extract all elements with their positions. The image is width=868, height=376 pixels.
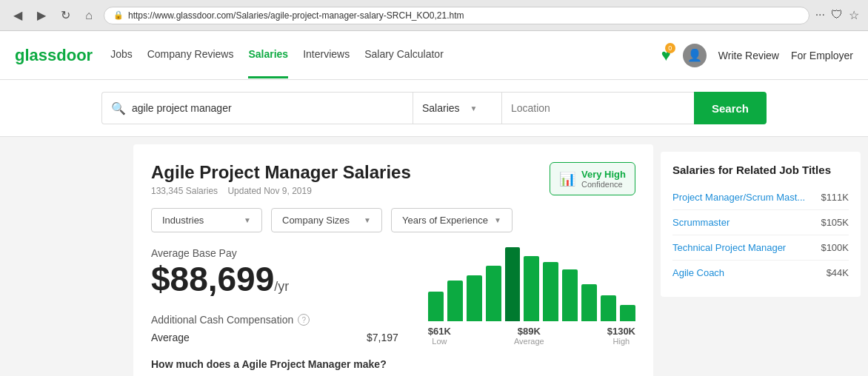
chart-bar (581, 284, 597, 321)
high-label: $130K High (607, 326, 635, 346)
info-icon[interactable]: ? (298, 314, 310, 326)
company-sizes-label: Company Sizes (282, 215, 350, 226)
title-block: Agile Project Manager Salaries 133,345 S… (151, 162, 411, 196)
search-bar: 🔍 Salaries ▼ Search (0, 80, 868, 137)
more-icon[interactable]: ··· (815, 8, 825, 22)
browser-actions: ··· 🛡 ☆ (815, 8, 859, 22)
years-experience-filter[interactable]: Years of Experience ▼ (391, 208, 513, 232)
for-employer-button[interactable]: For Employer (791, 50, 853, 61)
nav-salary-calculator[interactable]: Salary Calculator (364, 32, 444, 78)
related-jobs-panel: Salaries for Related Job Titles Project … (661, 152, 861, 297)
page-title: Agile Project Manager Salaries (151, 162, 411, 183)
related-job-item: Scrummaster $105K (672, 210, 849, 235)
confidence-badge: 📊 Very High Confidence (550, 162, 635, 195)
chart-bar (601, 295, 616, 321)
url-text: https://www.glassdoor.com/Salaries/agile… (128, 10, 800, 21)
additional-cash-section: Additional Cash Compensation ? Average $… (151, 314, 398, 343)
favorites-badge: 0 (665, 43, 675, 53)
related-job-salary: $44K (827, 267, 849, 278)
search-type-dropdown[interactable]: Salaries ▼ (413, 92, 501, 124)
browser-chrome: ◀ ▶ ↻ ⌂ 🔒 https://www.glassdoor.com/Sala… (0, 0, 868, 31)
industries-label: Industries (162, 215, 204, 226)
how-much-section: How much does a Agile Project Manager ma… (151, 358, 398, 376)
home-button[interactable]: ⌂ (80, 7, 98, 24)
filters-row: Industries ▼ Company Sizes ▼ Years of Ex… (151, 208, 635, 232)
years-experience-chevron-icon: ▼ (494, 216, 501, 224)
content-area: Agile Project Manager Salaries 133,345 S… (133, 144, 653, 376)
search-button[interactable]: Search (694, 92, 767, 124)
chart-labels: $61K Low $89K Average $130K High (428, 326, 635, 346)
page-title-section: Agile Project Manager Salaries 133,345 S… (151, 162, 635, 196)
left-sidebar (0, 137, 126, 376)
related-job-item: Technical Project Manager $100K (672, 235, 849, 261)
related-job-item: Project Manager/Scrum Mast... $111K (672, 185, 849, 210)
related-job-title[interactable]: Scrummaster (672, 217, 730, 228)
chart-bar (428, 292, 444, 321)
search-type-label: Salaries (422, 102, 460, 114)
chart-bar (486, 266, 501, 321)
search-input-wrap: 🔍 (101, 92, 413, 124)
chart-bar (543, 262, 558, 321)
salary-chart: $61K Low $89K Average $130K High (428, 247, 635, 346)
confidence-label: Very High (581, 169, 626, 180)
chart-bars (428, 247, 635, 321)
chart-bar (505, 247, 521, 321)
related-job-item: Agile Coach $44K (672, 261, 849, 285)
company-sizes-filter[interactable]: Company Sizes ▼ (271, 208, 382, 232)
search-input[interactable] (132, 102, 404, 114)
lock-icon: 🔒 (113, 10, 124, 20)
confidence-chart-icon: 📊 (559, 171, 575, 187)
reload-button[interactable]: ↻ (56, 7, 74, 24)
per-yr: /yr (274, 279, 289, 294)
salary-value: $88,699 (151, 260, 274, 298)
chart-bar (447, 281, 463, 321)
chart-bar (467, 275, 482, 321)
forward-button[interactable]: ▶ (33, 7, 50, 24)
add-cash-avg-value: $7,197 (367, 332, 398, 343)
salary-amount: $88,699/yr (151, 262, 398, 296)
nav-jobs[interactable]: Jobs (110, 32, 133, 78)
related-job-title[interactable]: Agile Coach (672, 267, 724, 278)
favorites-button[interactable]: ♥ 0 (661, 46, 671, 65)
right-sidebar: Salaries for Related Job Titles Project … (661, 137, 868, 376)
add-cash-title: Additional Cash Compensation ? (151, 314, 398, 326)
years-experience-label: Years of Experience (402, 215, 488, 226)
chart-bar (524, 256, 539, 321)
address-bar[interactable]: 🔒 https://www.glassdoor.com/Salaries/agi… (104, 7, 809, 24)
avg-label: $89K Average (514, 326, 544, 346)
site-logo[interactable]: glassdoor (15, 46, 93, 65)
search-icon: 🔍 (111, 101, 126, 115)
low-label: $61K Low (428, 326, 451, 346)
main-nav: Jobs Company Reviews Salaries Interviews… (110, 32, 644, 78)
location-input[interactable] (501, 92, 694, 124)
confidence-sub: Confidence (581, 180, 626, 189)
chart-bar (562, 269, 578, 321)
bookmark-icon[interactable]: 🛡 (831, 8, 843, 22)
confidence-text: Very High Confidence (581, 169, 626, 189)
user-avatar[interactable]: 👤 (683, 44, 707, 67)
add-cash-row: Average $7,197 (151, 332, 398, 343)
related-jobs-list: Project Manager/Scrum Mast... $111K Scru… (672, 185, 849, 285)
salaries-count: 133,345 Salaries (151, 186, 218, 196)
add-cash-avg-label: Average (151, 332, 190, 343)
related-jobs-title: Salaries for Related Job Titles (672, 164, 849, 176)
star-icon[interactable]: ☆ (849, 8, 859, 22)
nav-salaries[interactable]: Salaries (248, 32, 288, 78)
header-right: ♥ 0 👤 Write Review For Employer (661, 44, 853, 67)
site-header: glassdoor Jobs Company Reviews Salaries … (0, 31, 868, 80)
main-content: Agile Project Manager Salaries 133,345 S… (0, 137, 868, 376)
avg-pay-label: Average Base Pay (151, 247, 398, 259)
back-button[interactable]: ◀ (9, 7, 27, 24)
related-job-salary: $100K (821, 242, 849, 253)
nav-interviews[interactable]: Interviews (303, 32, 350, 78)
related-job-title[interactable]: Project Manager/Scrum Mast... (672, 192, 805, 203)
updated-date: Updated Nov 9, 2019 (227, 186, 311, 196)
nav-company-reviews[interactable]: Company Reviews (147, 32, 234, 78)
related-job-salary: $111K (821, 192, 849, 203)
related-job-title[interactable]: Technical Project Manager (672, 242, 786, 253)
dropdown-chevron-icon: ▼ (470, 104, 478, 113)
company-sizes-chevron-icon: ▼ (364, 216, 371, 224)
write-review-button[interactable]: Write Review (718, 50, 779, 61)
how-much-title: How much does a Agile Project Manager ma… (151, 358, 398, 370)
industries-filter[interactable]: Industries ▼ (151, 208, 262, 232)
